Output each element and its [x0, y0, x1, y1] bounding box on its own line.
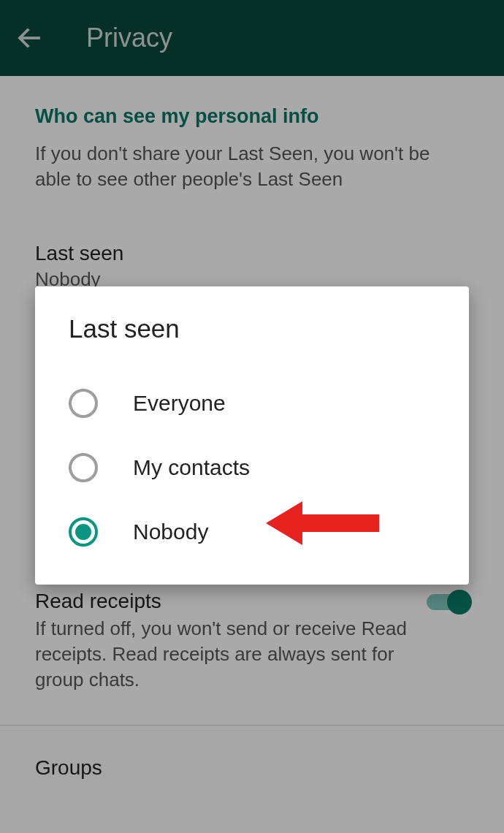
- radio-option-everyone[interactable]: Everyone: [35, 371, 469, 435]
- radio-label: Everyone: [133, 391, 226, 416]
- dialog-title: Last seen: [35, 314, 469, 343]
- modal-overlay[interactable]: Last seen Everyone My contacts Nobody: [0, 0, 504, 833]
- last-seen-dialog: Last seen Everyone My contacts Nobody: [35, 286, 469, 585]
- radio-icon-selected: [69, 517, 98, 547]
- radio-icon: [69, 453, 98, 482]
- radio-label: My contacts: [133, 455, 250, 480]
- radio-label: Nobody: [133, 520, 208, 544]
- radio-icon: [69, 389, 98, 418]
- radio-option-nobody[interactable]: Nobody: [35, 500, 469, 564]
- radio-option-my-contacts[interactable]: My contacts: [35, 435, 469, 500]
